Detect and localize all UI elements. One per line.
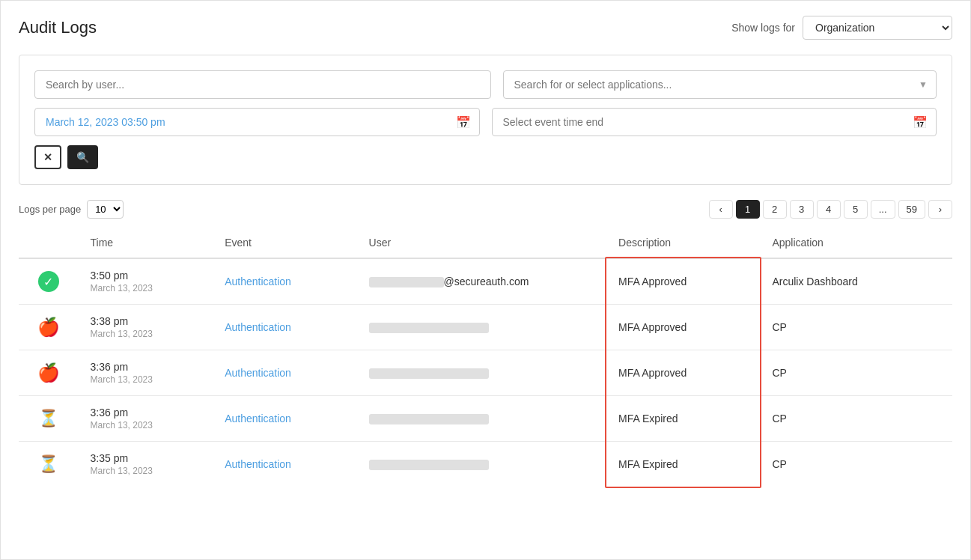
prev-page-button[interactable]: ‹ [709,200,733,219]
row-user-cell [357,442,607,487]
row-app-cell: CP [760,305,952,350]
app-select-wrapper: ▼ [503,70,937,99]
apple-icon: 🍎 [37,317,60,337]
next-page-button[interactable]: › [928,200,952,219]
page-3-button[interactable]: 3 [790,200,814,219]
table-row: ⏳ 3:35 pm March 13, 2023 Authentication … [19,442,952,487]
time-primary: 3:36 pm [91,407,201,419]
row-icon-cell: 🍎 [19,350,79,396]
row-desc-cell: MFA Expired [606,396,760,442]
filter-actions: ✕ 🔍 [34,145,937,169]
date-start-wrapper: 📅 [34,108,480,136]
table-row: 🍎 3:36 pm March 13, 2023 Authentication … [19,350,952,396]
app-search-input[interactable] [503,70,937,99]
page-title: Audit Logs [19,18,97,37]
time-primary: 3:35 pm [91,452,201,464]
user-suffix: @secureauth.com [444,276,529,287]
row-event-cell: Authentication [213,258,356,305]
time-date: March 13, 2023 [91,329,201,339]
row-event-cell: Authentication [213,396,356,442]
time-primary: 3:38 pm [91,315,201,327]
row-desc-cell: MFA Expired [606,442,760,487]
col-header-time: Time [79,228,213,258]
logs-per-page-label: Logs per page [19,204,81,215]
event-link[interactable]: Authentication [225,413,291,424]
table-row: 🍎 3:38 pm March 13, 2023 Authentication … [19,305,952,350]
row-icon-cell: ✓ [19,258,79,305]
audit-logs-table: Time Event User Description Application … [19,228,952,487]
per-page-select[interactable]: 10 25 50 [87,200,124,219]
row-time-cell: 3:38 pm March 13, 2023 [79,305,213,350]
row-time-cell: 3:36 pm March 13, 2023 [79,350,213,396]
page-ellipsis: ... [871,200,895,219]
row-desc-cell: MFA Approved [606,258,760,305]
col-header-description: Description [606,228,760,258]
user-blur [369,323,489,333]
pagination: ‹ 1 2 3 4 5 ... 59 › [709,200,952,219]
filter-row-2: 📅 📅 [34,108,937,136]
table-header-row: Time Event User Description Application [19,228,952,258]
col-header-application: Application [760,228,952,258]
time-date: March 13, 2023 [91,374,201,385]
time-date: March 13, 2023 [91,466,201,476]
user-blur [369,460,489,470]
row-time-cell: 3:35 pm March 13, 2023 [79,442,213,487]
page-5-button[interactable]: 5 [844,200,868,219]
user-search-input[interactable] [34,70,491,99]
event-link[interactable]: Authentication [225,321,291,333]
date-end-input[interactable] [492,108,937,136]
show-logs-label: Show logs for [731,22,795,34]
row-user-cell [357,305,607,350]
time-date: March 13, 2023 [91,420,201,430]
table-row: ✓ 3:50 pm March 13, 2023 Authentication … [19,258,952,305]
page-1-button[interactable]: 1 [736,200,760,219]
col-header-user: User [357,228,607,258]
user-blur [369,368,489,379]
row-desc-cell: MFA Approved [606,305,760,350]
row-app-cell: Arculix Dashboard [760,258,952,305]
check-icon: ✓ [38,271,59,292]
logs-per-page: Logs per page 10 25 50 [19,200,124,219]
show-logs-for-section: Show logs for Organization User [731,16,952,40]
row-event-cell: Authentication [213,442,356,487]
hourglass-icon: ⏳ [38,454,58,473]
row-app-cell: CP [760,350,952,396]
filter-panel: ▼ 📅 📅 ✕ 🔍 [19,55,952,185]
event-link[interactable]: Authentication [225,276,291,287]
row-app-cell: CP [760,442,952,487]
row-time-cell: 3:36 pm March 13, 2023 [79,396,213,442]
table-controls: Logs per page 10 25 50 ‹ 1 2 3 4 5 ... 5… [19,200,952,219]
row-user-cell: @secureauth.com [357,258,607,305]
time-primary: 3:50 pm [91,270,201,281]
row-time-cell: 3:50 pm March 13, 2023 [79,258,213,305]
table-container: Time Event User Description Application … [19,228,952,487]
page-4-button[interactable]: 4 [817,200,841,219]
page-2-button[interactable]: 2 [763,200,787,219]
apple-icon: 🍎 [37,362,60,383]
clear-button[interactable]: ✕ [34,145,61,169]
col-header-icon [19,228,79,258]
filter-row-1: ▼ [34,70,937,99]
col-header-event: Event [213,228,356,258]
time-primary: 3:36 pm [91,361,201,373]
time-date: March 13, 2023 [91,283,201,293]
row-icon-cell: 🍎 [19,305,79,350]
event-link[interactable]: Authentication [225,458,291,470]
user-blur [369,277,444,287]
row-user-cell [357,396,607,442]
date-start-input[interactable] [34,108,480,136]
search-button[interactable]: 🔍 [67,145,98,169]
org-select[interactable]: Organization User [803,16,952,40]
row-icon-cell: ⏳ [19,442,79,487]
page-last-button[interactable]: 59 [898,200,925,219]
hourglass-icon: ⏳ [38,409,58,427]
event-link[interactable]: Authentication [225,367,291,379]
row-user-cell [357,350,607,396]
row-icon-cell: ⏳ [19,396,79,442]
date-end-wrapper: 📅 [492,108,937,136]
user-blur [369,414,489,424]
row-event-cell: Authentication [213,350,356,396]
row-event-cell: Authentication [213,305,356,350]
table-row: ⏳ 3:36 pm March 13, 2023 Authentication … [19,396,952,442]
row-desc-cell: MFA Approved [606,350,760,396]
